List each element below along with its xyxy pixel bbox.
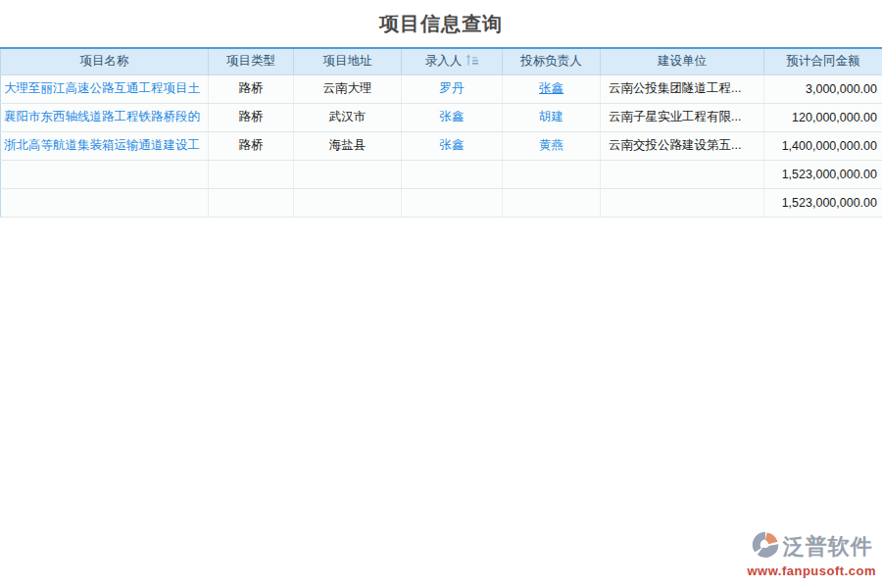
col-header-project-address[interactable]: 项目地址 xyxy=(294,48,402,74)
cell-contract-amount: 3,000,000.00 xyxy=(764,74,882,103)
subtotal-row: 1,523,000,000.00 xyxy=(1,160,882,188)
project-table: 项目名称 项目类型 项目地址 录入人 投标负责人 建设单 xyxy=(0,47,882,218)
cell-entry-person: 张鑫 xyxy=(402,103,503,131)
cell-construction-unit: 云南交投公路建设第五... xyxy=(601,131,764,160)
bid-manager-link[interactable]: 胡建 xyxy=(539,110,564,123)
cell-empty xyxy=(402,188,503,217)
cell-project-address: 武汉市 xyxy=(294,103,402,131)
cell-empty xyxy=(1,188,209,217)
col-header-project-name[interactable]: 项目名称 xyxy=(1,48,209,74)
cell-project-address: 海盐县 xyxy=(294,131,402,160)
entry-person-link[interactable]: 张鑫 xyxy=(440,110,465,123)
page-title: 项目信息查询 xyxy=(0,0,882,47)
col-header-entry-person[interactable]: 录入人 xyxy=(402,48,503,74)
col-header-bid-manager[interactable]: 投标负责人 xyxy=(503,48,601,74)
col-header-contract-amount[interactable]: 预计合同金额 xyxy=(764,48,882,74)
cell-empty xyxy=(1,160,209,188)
cell-subtotal-amount: 1,523,000,000.00 xyxy=(764,160,882,188)
cell-construction-unit: 云南公投集团隧道工程... xyxy=(601,74,764,103)
brand-name: 泛普软件 xyxy=(783,532,873,562)
project-name-link[interactable]: 浙北高等航道集装箱运输通道建设工 xyxy=(4,138,200,152)
cell-empty xyxy=(294,188,402,217)
brand-url[interactable]: www.fanpusoft.com xyxy=(747,564,876,578)
entry-person-link[interactable]: 罗丹 xyxy=(440,81,465,95)
cell-entry-person: 罗丹 xyxy=(402,74,503,103)
sort-amount-icon[interactable] xyxy=(466,54,478,69)
cell-project-name: 浙北高等航道集装箱运输通道建设工 xyxy=(1,131,209,160)
cell-empty xyxy=(294,160,402,188)
table-row: 襄阳市东西轴线道路工程铁路桥段的 路桥 武汉市 张鑫 胡建 云南子星实业工程有限… xyxy=(1,103,882,131)
cell-project-name: 襄阳市东西轴线道路工程铁路桥段的 xyxy=(1,103,209,131)
cell-empty xyxy=(209,160,294,188)
project-name-link[interactable]: 大理至丽江高速公路互通工程项目土 xyxy=(4,81,200,95)
cell-project-type: 路桥 xyxy=(209,131,294,160)
cell-contract-amount: 120,000,000.00 xyxy=(764,103,882,131)
table-header-row: 项目名称 项目类型 项目地址 录入人 投标负责人 建设单 xyxy=(1,48,882,74)
cell-grandtotal-amount: 1,523,000,000.00 xyxy=(764,188,882,217)
cell-project-type: 路桥 xyxy=(209,103,294,131)
table-row: 浙北高等航道集装箱运输通道建设工 路桥 海盐县 张鑫 黄燕 云南交投公路建设第五… xyxy=(1,131,882,160)
cell-bid-manager: 张鑫 xyxy=(503,74,601,103)
project-name-link[interactable]: 襄阳市东西轴线道路工程铁路桥段的 xyxy=(4,110,200,123)
cell-contract-amount: 1,400,000,000.00 xyxy=(764,131,882,160)
cell-empty xyxy=(503,188,601,217)
cell-empty xyxy=(601,188,764,217)
cell-bid-manager: 黄燕 xyxy=(503,131,601,160)
cell-project-type: 路桥 xyxy=(209,74,294,103)
cell-empty xyxy=(209,188,294,217)
fanpu-logo-icon xyxy=(751,530,780,564)
grandtotal-row: 1,523,000,000.00 xyxy=(1,188,882,217)
cell-empty xyxy=(601,160,764,188)
cell-project-name: 大理至丽江高速公路互通工程项目土 xyxy=(1,74,209,103)
table-row: 大理至丽江高速公路互通工程项目土 路桥 云南大理 罗丹 张鑫 云南公投集团隧道工… xyxy=(1,74,882,103)
bid-manager-link[interactable]: 黄燕 xyxy=(539,138,564,152)
bid-manager-link[interactable]: 张鑫 xyxy=(539,81,564,95)
cell-empty xyxy=(402,160,503,188)
col-header-construction-unit[interactable]: 建设单位 xyxy=(601,48,764,74)
table-header: 项目名称 项目类型 项目地址 录入人 投标负责人 建设单 xyxy=(1,48,882,74)
cell-entry-person: 张鑫 xyxy=(402,131,503,160)
col-header-entry-person-label: 录入人 xyxy=(425,54,463,68)
cell-construction-unit: 云南子星实业工程有限... xyxy=(601,103,764,131)
col-header-project-type[interactable]: 项目类型 xyxy=(209,48,294,74)
project-info-query-page: 项目信息查询 项目名称 项目类型 项目地址 录入人 xyxy=(0,0,882,588)
cell-project-address: 云南大理 xyxy=(294,74,402,103)
entry-person-link[interactable]: 张鑫 xyxy=(440,138,465,152)
cell-bid-manager: 胡建 xyxy=(503,103,601,131)
vendor-watermark: 泛普软件 www.fanpusoft.com xyxy=(747,530,876,578)
cell-empty xyxy=(503,160,601,188)
